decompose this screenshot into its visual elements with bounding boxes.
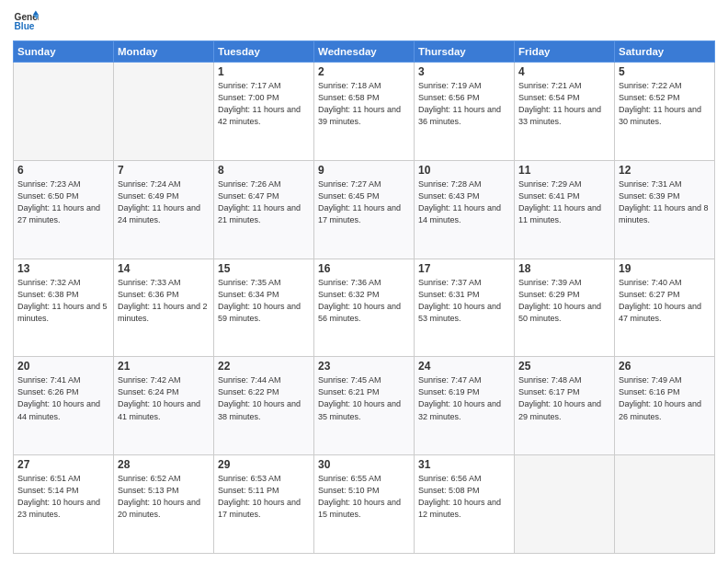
- day-info: Sunrise: 7:27 AMSunset: 6:45 PMDaylight:…: [318, 178, 410, 226]
- day-info: Sunrise: 7:48 AMSunset: 6:17 PMDaylight:…: [518, 374, 610, 422]
- day-info: Sunrise: 7:21 AMSunset: 6:54 PMDaylight:…: [518, 80, 610, 128]
- weekday-header: Saturday: [615, 41, 715, 63]
- day-number: 7: [118, 164, 210, 177]
- calendar-day-cell: 19Sunrise: 7:40 AMSunset: 6:27 PMDayligh…: [615, 259, 715, 357]
- calendar-table: SundayMondayTuesdayWednesdayThursdayFrid…: [13, 40, 715, 554]
- day-number: 21: [118, 360, 210, 373]
- weekday-header: Sunday: [14, 41, 114, 63]
- day-number: 29: [218, 458, 310, 471]
- weekday-header: Tuesday: [214, 41, 314, 63]
- day-number: 24: [418, 360, 510, 373]
- day-number: 22: [218, 360, 310, 373]
- day-info: Sunrise: 7:47 AMSunset: 6:19 PMDaylight:…: [418, 374, 510, 422]
- day-number: 16: [318, 262, 410, 275]
- day-number: 4: [518, 65, 610, 78]
- day-number: 28: [118, 458, 210, 471]
- day-info: Sunrise: 7:28 AMSunset: 6:43 PMDaylight:…: [418, 178, 510, 226]
- day-number: 5: [619, 65, 711, 78]
- day-info: Sunrise: 7:42 AMSunset: 6:24 PMDaylight:…: [118, 374, 210, 422]
- day-info: Sunrise: 6:51 AMSunset: 5:14 PMDaylight:…: [17, 473, 109, 521]
- day-number: 1: [218, 65, 310, 78]
- calendar-week-row: 1Sunrise: 7:17 AMSunset: 7:00 PMDaylight…: [14, 63, 715, 161]
- day-info: Sunrise: 6:53 AMSunset: 5:11 PMDaylight:…: [218, 473, 310, 521]
- calendar-header-row: SundayMondayTuesdayWednesdayThursdayFrid…: [14, 41, 715, 63]
- day-number: 13: [17, 262, 109, 275]
- day-info: Sunrise: 7:33 AMSunset: 6:36 PMDaylight:…: [118, 277, 210, 325]
- day-info: Sunrise: 7:49 AMSunset: 6:16 PMDaylight:…: [619, 374, 711, 422]
- day-number: 17: [418, 262, 510, 275]
- calendar-day-cell: 22Sunrise: 7:44 AMSunset: 6:22 PMDayligh…: [214, 357, 314, 455]
- day-number: 11: [518, 164, 610, 177]
- calendar-day-cell: 21Sunrise: 7:42 AMSunset: 6:24 PMDayligh…: [114, 357, 214, 455]
- day-info: Sunrise: 7:17 AMSunset: 7:00 PMDaylight:…: [218, 80, 310, 128]
- day-info: Sunrise: 7:36 AMSunset: 6:32 PMDaylight:…: [318, 277, 410, 325]
- calendar-week-row: 13Sunrise: 7:32 AMSunset: 6:38 PMDayligh…: [14, 259, 715, 357]
- page-header: General Blue: [13, 9, 715, 35]
- weekday-header: Friday: [515, 41, 615, 63]
- day-info: Sunrise: 7:31 AMSunset: 6:39 PMDaylight:…: [619, 178, 711, 226]
- calendar-day-cell: 16Sunrise: 7:36 AMSunset: 6:32 PMDayligh…: [314, 259, 415, 357]
- day-number: 12: [619, 164, 711, 177]
- logo-icon: General Blue: [13, 9, 39, 35]
- day-info: Sunrise: 7:24 AMSunset: 6:49 PMDaylight:…: [118, 178, 210, 226]
- day-number: 18: [518, 262, 610, 275]
- day-info: Sunrise: 7:18 AMSunset: 6:58 PMDaylight:…: [318, 80, 410, 128]
- calendar-day-cell: 27Sunrise: 6:51 AMSunset: 5:14 PMDayligh…: [14, 455, 114, 554]
- calendar-day-cell: 1Sunrise: 7:17 AMSunset: 7:00 PMDaylight…: [214, 63, 314, 161]
- calendar-day-cell: 13Sunrise: 7:32 AMSunset: 6:38 PMDayligh…: [14, 259, 114, 357]
- day-info: Sunrise: 7:29 AMSunset: 6:41 PMDaylight:…: [518, 178, 610, 226]
- day-info: Sunrise: 6:55 AMSunset: 5:10 PMDaylight:…: [318, 473, 410, 521]
- svg-text:Blue: Blue: [15, 21, 35, 31]
- day-info: Sunrise: 7:19 AMSunset: 6:56 PMDaylight:…: [418, 80, 510, 128]
- day-number: 3: [418, 65, 510, 78]
- day-number: 19: [619, 262, 711, 275]
- calendar-day-cell: 4Sunrise: 7:21 AMSunset: 6:54 PMDaylight…: [515, 63, 615, 161]
- day-info: Sunrise: 7:39 AMSunset: 6:29 PMDaylight:…: [518, 277, 610, 325]
- calendar-day-cell: 25Sunrise: 7:48 AMSunset: 6:17 PMDayligh…: [515, 357, 615, 455]
- day-number: 6: [17, 164, 109, 177]
- calendar-day-cell: [114, 63, 214, 161]
- day-info: Sunrise: 7:40 AMSunset: 6:27 PMDaylight:…: [619, 277, 711, 325]
- calendar-day-cell: 31Sunrise: 6:56 AMSunset: 5:08 PMDayligh…: [415, 455, 515, 554]
- day-info: Sunrise: 7:23 AMSunset: 6:50 PMDaylight:…: [17, 178, 109, 226]
- calendar-week-row: 27Sunrise: 6:51 AMSunset: 5:14 PMDayligh…: [14, 455, 715, 554]
- calendar-day-cell: 6Sunrise: 7:23 AMSunset: 6:50 PMDaylight…: [14, 160, 114, 259]
- calendar-week-row: 20Sunrise: 7:41 AMSunset: 6:26 PMDayligh…: [14, 357, 715, 455]
- day-number: 2: [318, 65, 410, 78]
- calendar-day-cell: 24Sunrise: 7:47 AMSunset: 6:19 PMDayligh…: [415, 357, 515, 455]
- weekday-header: Wednesday: [314, 41, 415, 63]
- day-number: 9: [318, 164, 410, 177]
- calendar-day-cell: 9Sunrise: 7:27 AMSunset: 6:45 PMDaylight…: [314, 160, 415, 259]
- weekday-header: Monday: [114, 41, 214, 63]
- calendar-day-cell: 17Sunrise: 7:37 AMSunset: 6:31 PMDayligh…: [415, 259, 515, 357]
- calendar-day-cell: 23Sunrise: 7:45 AMSunset: 6:21 PMDayligh…: [314, 357, 415, 455]
- day-info: Sunrise: 7:44 AMSunset: 6:22 PMDaylight:…: [218, 374, 310, 422]
- day-info: Sunrise: 7:26 AMSunset: 6:47 PMDaylight:…: [218, 178, 310, 226]
- calendar-day-cell: 29Sunrise: 6:53 AMSunset: 5:11 PMDayligh…: [214, 455, 314, 554]
- day-number: 27: [17, 458, 109, 471]
- calendar-day-cell: 15Sunrise: 7:35 AMSunset: 6:34 PMDayligh…: [214, 259, 314, 357]
- day-number: 15: [218, 262, 310, 275]
- calendar-day-cell: 30Sunrise: 6:55 AMSunset: 5:10 PMDayligh…: [314, 455, 415, 554]
- day-number: 25: [518, 360, 610, 373]
- day-number: 8: [218, 164, 310, 177]
- day-number: 30: [318, 458, 410, 471]
- calendar-day-cell: 10Sunrise: 7:28 AMSunset: 6:43 PMDayligh…: [415, 160, 515, 259]
- day-number: 14: [118, 262, 210, 275]
- calendar-day-cell: 20Sunrise: 7:41 AMSunset: 6:26 PMDayligh…: [14, 357, 114, 455]
- calendar-day-cell: 12Sunrise: 7:31 AMSunset: 6:39 PMDayligh…: [615, 160, 715, 259]
- calendar-day-cell: [14, 63, 114, 161]
- calendar-day-cell: 14Sunrise: 7:33 AMSunset: 6:36 PMDayligh…: [114, 259, 214, 357]
- day-number: 31: [418, 458, 510, 471]
- calendar-day-cell: 28Sunrise: 6:52 AMSunset: 5:13 PMDayligh…: [114, 455, 214, 554]
- calendar-day-cell: 3Sunrise: 7:19 AMSunset: 6:56 PMDaylight…: [415, 63, 515, 161]
- calendar-day-cell: [615, 455, 715, 554]
- calendar-day-cell: 26Sunrise: 7:49 AMSunset: 6:16 PMDayligh…: [615, 357, 715, 455]
- day-info: Sunrise: 7:41 AMSunset: 6:26 PMDaylight:…: [17, 374, 109, 422]
- weekday-header: Thursday: [415, 41, 515, 63]
- day-info: Sunrise: 7:32 AMSunset: 6:38 PMDaylight:…: [17, 277, 109, 325]
- calendar-week-row: 6Sunrise: 7:23 AMSunset: 6:50 PMDaylight…: [14, 160, 715, 259]
- calendar-day-cell: [515, 455, 615, 554]
- day-number: 20: [17, 360, 109, 373]
- calendar-day-cell: 5Sunrise: 7:22 AMSunset: 6:52 PMDaylight…: [615, 63, 715, 161]
